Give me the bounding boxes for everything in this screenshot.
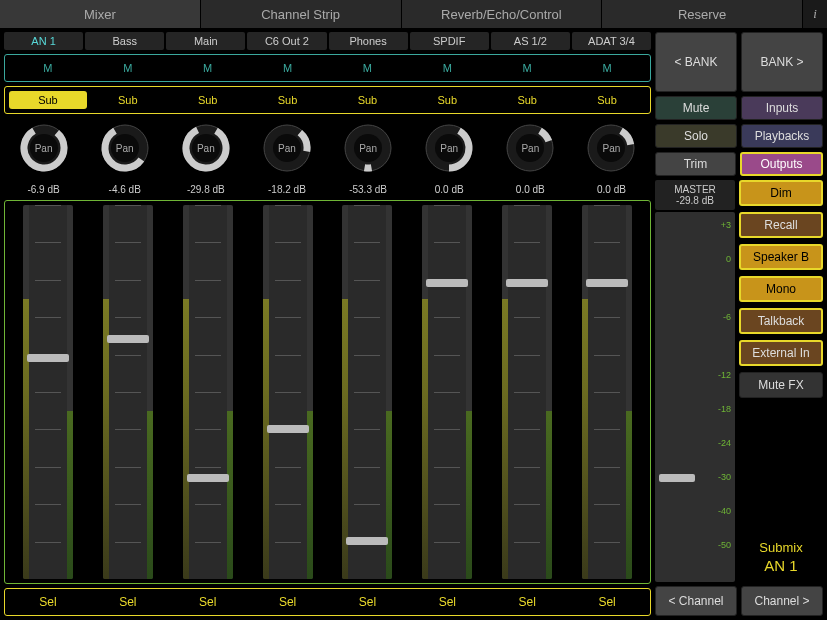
sub-cell[interactable]: Sub: [568, 91, 646, 109]
pan-knob[interactable]: Pan: [572, 120, 651, 176]
sel-cell[interactable]: Sel: [249, 595, 327, 609]
sub-cell[interactable]: Sub: [408, 91, 486, 109]
master-fader-handle[interactable]: [659, 474, 695, 482]
fader[interactable]: [568, 205, 646, 579]
sel-row: SelSelSelSelSelSelSelSel: [4, 588, 651, 616]
channel-names-row: AN 1BassMainC6 Out 2PhonesSPDIFAS 1/2ADA…: [4, 32, 651, 50]
db-label: -6.9 dB: [4, 182, 83, 196]
master-scale-tick: -24: [701, 438, 731, 448]
sel-cell[interactable]: Sel: [89, 595, 167, 609]
mute-cell[interactable]: M: [249, 59, 327, 77]
sel-cell[interactable]: Sel: [9, 595, 87, 609]
mute-cell[interactable]: M: [329, 59, 407, 77]
mono-button[interactable]: Mono: [739, 276, 823, 302]
mute-fx-button[interactable]: Mute FX: [739, 372, 823, 398]
channel-name[interactable]: C6 Out 2: [247, 32, 326, 50]
pan-row: Pan Pan Pan Pan Pan Pan Pan Pan: [4, 118, 651, 178]
master-scale-tick: +3: [701, 220, 731, 230]
recall-button[interactable]: Recall: [739, 212, 823, 238]
sel-cell[interactable]: Sel: [169, 595, 247, 609]
fader-handle[interactable]: [107, 335, 149, 343]
playbacks-button[interactable]: Playbacks: [741, 124, 823, 148]
sel-cell[interactable]: Sel: [488, 595, 566, 609]
sel-cell[interactable]: Sel: [408, 595, 486, 609]
pan-knob[interactable]: Pan: [329, 120, 408, 176]
pan-knob[interactable]: Pan: [85, 120, 164, 176]
sub-cell[interactable]: Sub: [488, 91, 566, 109]
sub-cell[interactable]: Sub: [89, 91, 167, 109]
db-label: -4.6 dB: [85, 182, 164, 196]
mute-cell[interactable]: M: [9, 59, 87, 77]
master-scale-tick: -18: [701, 404, 731, 414]
master-scale-tick: -6: [701, 312, 731, 322]
talkback-button[interactable]: Talkback: [739, 308, 823, 334]
external-in-button[interactable]: External In: [739, 340, 823, 366]
mute-cell[interactable]: M: [169, 59, 247, 77]
submix-name: AN 1: [739, 557, 823, 574]
master-label: MASTER: [674, 184, 716, 195]
solo-button[interactable]: Solo: [655, 124, 737, 148]
channel-name[interactable]: SPDIF: [410, 32, 489, 50]
fader-handle[interactable]: [586, 279, 628, 287]
channel-name[interactable]: Phones: [329, 32, 408, 50]
master-header: MASTER -29.8 dB: [655, 180, 735, 210]
mute-button[interactable]: Mute: [655, 96, 737, 120]
fader-handle[interactable]: [27, 354, 69, 362]
channel-name[interactable]: AN 1: [4, 32, 83, 50]
sub-cell[interactable]: Sub: [249, 91, 327, 109]
mute-cell[interactable]: M: [568, 59, 646, 77]
speaker-b-button[interactable]: Speaker B: [739, 244, 823, 270]
fader[interactable]: [408, 205, 486, 579]
info-icon[interactable]: i: [803, 0, 827, 28]
fader[interactable]: [9, 205, 87, 579]
trim-button[interactable]: Trim: [655, 152, 736, 176]
tab-reverb-echo[interactable]: Reverb/Echo/Control: [402, 0, 603, 28]
mute-cell[interactable]: M: [408, 59, 486, 77]
pan-knob[interactable]: Pan: [247, 120, 326, 176]
channel-prev-button[interactable]: < Channel: [655, 586, 737, 616]
channel-name[interactable]: Bass: [85, 32, 164, 50]
fader-handle[interactable]: [187, 474, 229, 482]
master-fader-track[interactable]: +30-6-12-18-24-30-40-50: [655, 212, 735, 582]
fader[interactable]: [169, 205, 247, 579]
pan-knob[interactable]: Pan: [4, 120, 83, 176]
db-row: -6.9 dB-4.6 dB-29.8 dB-18.2 dB-53.3 dB0.…: [4, 182, 651, 196]
inputs-button[interactable]: Inputs: [741, 96, 823, 120]
channel-next-button[interactable]: Channel >: [741, 586, 823, 616]
pan-knob[interactable]: Pan: [410, 120, 489, 176]
fader-handle[interactable]: [267, 425, 309, 433]
db-label: 0.0 dB: [410, 182, 489, 196]
fader[interactable]: [89, 205, 167, 579]
sub-row: SubSubSubSubSubSubSubSub: [4, 86, 651, 114]
sub-cell[interactable]: Sub: [169, 91, 247, 109]
mute-cell[interactable]: M: [89, 59, 167, 77]
top-tabs: Mixer Channel Strip Reverb/Echo/Control …: [0, 0, 827, 28]
master-scale-tick: -40: [701, 506, 731, 516]
submix-label: Submix: [739, 540, 823, 555]
channel-name[interactable]: ADAT 3/4: [572, 32, 651, 50]
sel-cell[interactable]: Sel: [568, 595, 646, 609]
fader[interactable]: [329, 205, 407, 579]
channel-name[interactable]: Main: [166, 32, 245, 50]
fader-handle[interactable]: [346, 537, 388, 545]
dim-button[interactable]: Dim: [739, 180, 823, 206]
sel-cell[interactable]: Sel: [329, 595, 407, 609]
fader[interactable]: [488, 205, 566, 579]
bank-next-button[interactable]: BANK >: [741, 32, 823, 92]
bank-prev-button[interactable]: < BANK: [655, 32, 737, 92]
tab-mixer[interactable]: Mixer: [0, 0, 201, 28]
pan-knob[interactable]: Pan: [491, 120, 570, 176]
master-scale-tick: -50: [701, 540, 731, 550]
master-scale-tick: -12: [701, 370, 731, 380]
tab-reserve[interactable]: Reserve: [602, 0, 803, 28]
sub-cell[interactable]: Sub: [9, 91, 87, 109]
sub-cell[interactable]: Sub: [329, 91, 407, 109]
tab-channel-strip[interactable]: Channel Strip: [201, 0, 402, 28]
pan-knob[interactable]: Pan: [166, 120, 245, 176]
fader-handle[interactable]: [426, 279, 468, 287]
fader[interactable]: [249, 205, 327, 579]
fader-handle[interactable]: [506, 279, 548, 287]
mute-cell[interactable]: M: [488, 59, 566, 77]
outputs-button[interactable]: Outputs: [740, 152, 823, 176]
channel-name[interactable]: AS 1/2: [491, 32, 570, 50]
